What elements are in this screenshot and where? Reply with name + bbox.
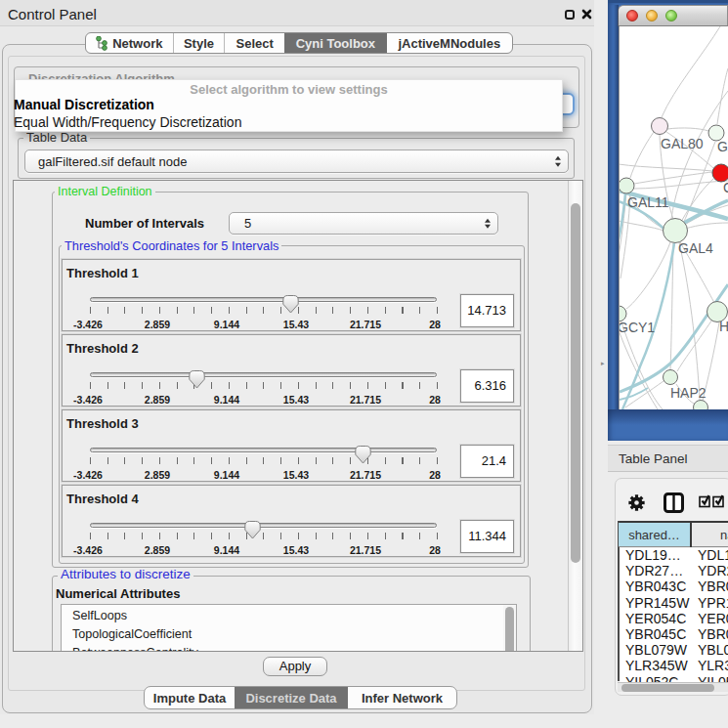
svg-text:GCY1: GCY1 (620, 320, 655, 335)
svg-text:GAL80: GAL80 (661, 136, 704, 151)
svg-text:HIS: HIS (719, 319, 728, 334)
svg-text:GAL3: GAL3 (717, 139, 728, 154)
svg-text:HAP2: HAP2 (670, 385, 707, 401)
svg-text:CY: CY (723, 180, 728, 195)
svg-text:GAL4: GAL4 (678, 240, 713, 256)
svg-text:GAL11: GAL11 (627, 194, 669, 210)
